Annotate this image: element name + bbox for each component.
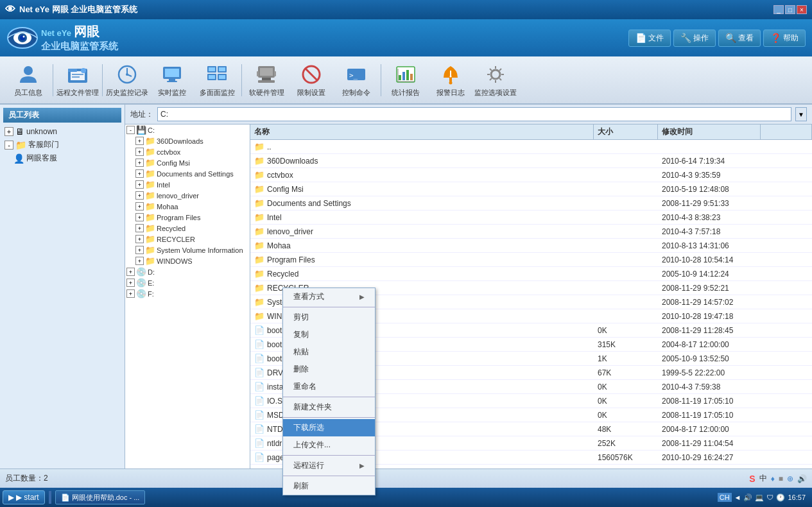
- toolbar-hw-manage[interactable]: 软硬件管理: [245, 59, 288, 101]
- remote-file-icon: [66, 63, 89, 86]
- folder-config-icon2: 📁: [254, 184, 264, 194]
- expand-unknown[interactable]: +: [4, 127, 13, 136]
- tree-drive-f[interactable]: + 💿 F:: [125, 288, 250, 299]
- pf-expand[interactable]: +: [135, 213, 144, 221]
- ctx-copy[interactable]: 复制: [283, 326, 375, 343]
- lenovo-expand[interactable]: +: [135, 191, 144, 200]
- recycled-expand[interactable]: +: [135, 224, 144, 232]
- 360d-expand[interactable]: +: [135, 137, 144, 145]
- svg-rect-45: [450, 71, 451, 76]
- config-expand[interactable]: +: [135, 159, 144, 167]
- tree-recycled[interactable]: + 📁 Recycled: [125, 223, 250, 234]
- toolbar-alert-log[interactable]: 报警日志: [429, 59, 472, 101]
- toolbar-multi-monitor[interactable]: 多面面监控: [195, 59, 239, 101]
- file-row-mohaa[interactable]: 📁Mohaa 2010-8-13 14:31:06: [250, 239, 812, 253]
- drive-d-icon: 💿: [136, 267, 146, 277]
- tree-mohaa[interactable]: + 📁 Mohaa: [125, 201, 250, 212]
- tree-lenovo[interactable]: + 📁 lenovo_driver: [125, 190, 250, 201]
- folder-cctvbox-icon: 📁: [145, 147, 155, 157]
- docs-expand[interactable]: +: [135, 169, 144, 178]
- file-row-lenovo[interactable]: 📁lenovo_driver 2010-4-3 7:57:18: [250, 225, 812, 239]
- taskbar-window-icon: 📄: [61, 494, 70, 502]
- address-dropdown-button[interactable]: ▼: [795, 107, 807, 121]
- tree-windows[interactable]: + 📁 WINDOWS: [125, 255, 250, 266]
- svi-expand[interactable]: +: [135, 246, 144, 254]
- file-row-programfiles[interactable]: 📁Program Files 2010-10-28 10:54:14: [250, 253, 812, 267]
- tree-drive-e[interactable]: + 💿 E:: [125, 277, 250, 288]
- cctvbox-expand[interactable]: +: [135, 148, 144, 156]
- ctx-rename[interactable]: 重命名: [283, 378, 375, 395]
- svg-rect-29: [258, 80, 275, 83]
- mohaa-expand[interactable]: +: [135, 202, 144, 211]
- drive-d-expand[interactable]: +: [126, 268, 135, 276]
- ctx-download[interactable]: 下载所选: [283, 419, 375, 436]
- folder-360d-icon: 📁: [145, 136, 155, 146]
- tree-sysvolinfo[interactable]: + 📁 System Volume Information: [125, 245, 250, 255]
- svg-point-47: [491, 70, 500, 79]
- tree-root[interactable]: - 💾 C:: [125, 125, 250, 135]
- taskbar-window-netyehelp[interactable]: 📄 网眼使用帮助.doc - ...: [55, 490, 146, 504]
- menu-view[interactable]: 🔍 查看: [718, 30, 761, 47]
- tree-cctvbox[interactable]: + 📁 cctvbox: [125, 146, 250, 157]
- file-row-intel[interactable]: 📁Intel 2010-4-3 8:38:23: [250, 211, 812, 225]
- ctx-view-mode[interactable]: 查看方式 ▶: [283, 288, 375, 305]
- tree-recycler[interactable]: + 📁 RECYCLER: [125, 234, 250, 245]
- file-row-360downloads[interactable]: 📁360Downloads 2010-6-14 7:19:34: [250, 154, 812, 168]
- file-row-recycled[interactable]: 📁Recycled 2005-10-9 14:12:24: [250, 267, 812, 281]
- ctx-refresh[interactable]: 刷新: [283, 477, 375, 495]
- ctx-upload[interactable]: 上传文件...: [283, 436, 375, 454]
- ctx-new-folder[interactable]: 新建文件夹: [283, 399, 375, 416]
- menu-operation[interactable]: 🔧 操作: [673, 30, 716, 47]
- ctx-remote-run[interactable]: 远程运行 ▶: [283, 457, 375, 474]
- tree-root-expand[interactable]: -: [126, 126, 135, 134]
- svg-rect-31: [274, 71, 276, 76]
- sidebar-item-netyecustomer[interactable]: 👤 网眼客服: [3, 151, 121, 165]
- folder-recycled-icon: 📁: [145, 223, 155, 233]
- file-pagefile-icon: 📄: [254, 452, 264, 462]
- file-row-docs[interactable]: 📁Documents and Settings 2008-11-29 9:51:…: [250, 196, 812, 211]
- toolbar-remote-file[interactable]: 远程文件管理: [56, 59, 99, 101]
- tree-drive-d[interactable]: + 💿 D:: [125, 266, 250, 277]
- sidebar-item-customers[interactable]: - 📁 客服郎门: [3, 138, 121, 151]
- ctx-cut[interactable]: 剪切: [283, 309, 375, 326]
- start-button[interactable]: ▶ ▶ start: [3, 490, 45, 504]
- expand-customers[interactable]: -: [4, 141, 13, 150]
- toolbar-monitor-options[interactable]: 监控选项设置: [474, 59, 517, 101]
- ctx-delete[interactable]: 删除: [283, 361, 375, 378]
- file-row-cctvbox[interactable]: 📁cctvbox 2010-4-3 9:35:59: [250, 168, 812, 182]
- toolbar-limit-setting[interactable]: 限制设置: [289, 59, 333, 101]
- file-row-config-msi[interactable]: 📁Config Msi 2010-5-19 12:48:08: [250, 182, 812, 196]
- win-expand[interactable]: +: [135, 257, 144, 265]
- sidebar-item-unknown[interactable]: + 🖥 unknown: [3, 125, 121, 138]
- drive-f-expand[interactable]: +: [126, 289, 135, 298]
- close-button[interactable]: ×: [797, 5, 807, 14]
- tree-program-files[interactable]: + 📁 Program Files: [125, 212, 250, 223]
- tree-intel[interactable]: + 📁 Intel: [125, 179, 250, 190]
- logo-area: Net eYe 网眼 企业电脑监管系统: [6, 23, 118, 53]
- toolbar-stat-report[interactable]: 统计报告: [384, 59, 428, 101]
- svg-rect-24: [209, 75, 215, 79]
- maximize-button[interactable]: □: [785, 5, 795, 14]
- intel-expand[interactable]: +: [135, 180, 144, 189]
- folder-mohaa-icon2: 📁: [254, 241, 264, 250]
- title-bar-controls: _ □ ×: [773, 5, 807, 14]
- toolbar-realtime-monitor[interactable]: 实时监控: [150, 59, 194, 101]
- file-row-parent[interactable]: 📁..: [250, 140, 812, 154]
- tree-documents[interactable]: + 📁 Documents and Settings: [125, 168, 250, 179]
- toolbar-employee-info[interactable]: 员工信息: [6, 59, 50, 101]
- drive-e-expand[interactable]: +: [126, 279, 135, 287]
- tree-360downloads[interactable]: + 📁 360Downloads: [125, 135, 250, 146]
- taskbar-arrow-icon: ◄: [734, 494, 741, 501]
- menu-help[interactable]: ❓ 帮助: [763, 30, 806, 47]
- ctx-paste[interactable]: 粘贴: [283, 343, 375, 361]
- tree-config-msi[interactable]: + 📁 Config Msi: [125, 157, 250, 168]
- toolbar-control-cmd[interactable]: >_ 控制命令: [334, 59, 378, 101]
- main-area: 员工列表 + 🖥 unknown - 📁 客服郎门 👤 网眼客服 地址： ▼: [0, 105, 812, 468]
- minimize-button[interactable]: _: [773, 5, 784, 14]
- address-input[interactable]: [157, 107, 791, 121]
- svg-rect-39: [406, 70, 409, 80]
- recycler-expand[interactable]: +: [135, 235, 144, 243]
- menu-file[interactable]: 📄 文件: [628, 30, 671, 47]
- folder-docs-icon2: 📁: [254, 198, 264, 208]
- toolbar-history-monitor[interactable]: 历史监控记录: [105, 59, 149, 101]
